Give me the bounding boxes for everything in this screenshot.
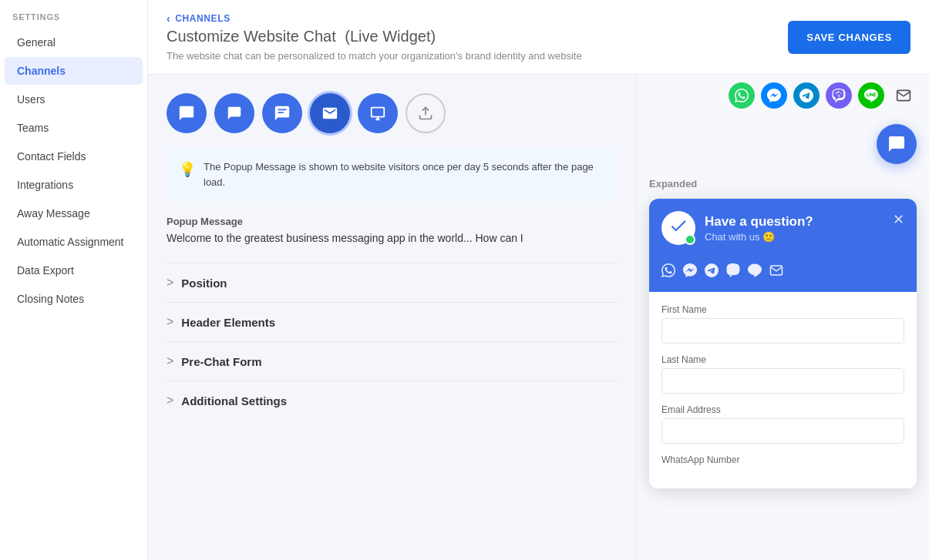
online-badge bbox=[685, 234, 695, 245]
sidebar-item-teams[interactable]: Teams bbox=[5, 114, 143, 142]
sidebar-header: SETTINGS bbox=[0, 0, 147, 28]
form-label-last-name: Last Name bbox=[661, 354, 904, 365]
tab-chat-multi[interactable] bbox=[262, 93, 302, 133]
telegram-icon-top bbox=[793, 82, 820, 109]
sidebar-item-contact-fields[interactable]: Contact Fields bbox=[5, 143, 143, 170]
chat-avatar bbox=[661, 211, 695, 245]
chat-widget-text: Have a question? Chat with us 🙂 bbox=[705, 214, 813, 243]
sidebar-nav: General Channels Users Teams Contact Fie… bbox=[0, 28, 147, 314]
accordion-pre-chat-form-label: Pre-Chat Form bbox=[181, 355, 261, 368]
expanded-label: Expanded bbox=[637, 172, 929, 193]
form-label-first-name: First Name bbox=[661, 304, 904, 315]
whatsapp-icon-top bbox=[729, 82, 755, 109]
tab-message-filled[interactable] bbox=[310, 93, 350, 133]
form-label-whatsapp: WhatsApp Number bbox=[661, 454, 904, 465]
form-field-whatsapp: WhatsApp Number bbox=[661, 454, 904, 465]
page-subtitle: The website chat can be personalized to … bbox=[167, 50, 582, 62]
accordion-additional-settings-label: Additional Settings bbox=[181, 394, 287, 407]
messenger-icon-top bbox=[761, 82, 787, 109]
icon-tabs bbox=[167, 93, 618, 133]
accordion-header-elements[interactable]: > Header Elements bbox=[167, 302, 618, 341]
sidebar: SETTINGS General Channels Users Teams Co… bbox=[0, 0, 148, 560]
sidebar-item-automatic-assignment[interactable]: Automatic Assignment bbox=[5, 228, 143, 256]
chat-widget-header-left: Have a question? Chat with us 🙂 bbox=[661, 211, 813, 245]
line-icon-top bbox=[858, 82, 884, 109]
info-box: 💡 The Popup Message is shown to website … bbox=[167, 149, 618, 200]
left-panel: 💡 The Popup Message is shown to website … bbox=[148, 75, 636, 560]
content-area: 💡 The Popup Message is shown to website … bbox=[148, 75, 929, 560]
chat-line-icon bbox=[748, 263, 762, 281]
accordion-additional-settings[interactable]: > Additional Settings bbox=[167, 381, 618, 420]
popup-message-label: Popup Message bbox=[167, 216, 618, 227]
tab-chat-bubble[interactable] bbox=[167, 93, 207, 133]
sidebar-item-data-export[interactable]: Data Export bbox=[5, 257, 143, 284]
breadcrumb[interactable]: ‹ CHANNELS bbox=[167, 12, 582, 25]
save-changes-button[interactable]: SAVE CHANGES bbox=[788, 21, 910, 54]
right-panel: Expanded Have a question? Chat with bbox=[636, 75, 929, 560]
chat-widget: Have a question? Chat with us 🙂 ✕ bbox=[649, 199, 917, 488]
sidebar-item-channels[interactable]: Channels bbox=[5, 57, 143, 85]
chevron-left-icon: ‹ bbox=[167, 12, 170, 25]
float-chat-button[interactable] bbox=[877, 124, 917, 164]
tab-upload[interactable] bbox=[406, 93, 446, 133]
chat-widget-subtitle: Chat with us 🙂 bbox=[705, 231, 813, 243]
float-button-area bbox=[637, 116, 929, 172]
topbar: ‹ CHANNELS Customize Website Chat (Live … bbox=[148, 0, 929, 75]
sidebar-item-integrations[interactable]: Integrations bbox=[5, 171, 143, 199]
chat-whatsapp-icon bbox=[661, 263, 675, 281]
tab-message-square[interactable] bbox=[214, 93, 254, 133]
accordion-header-elements-label: Header Elements bbox=[181, 316, 275, 329]
chat-widget-header: Have a question? Chat with us 🙂 ✕ bbox=[649, 199, 917, 257]
page-title: Customize Website Chat (Live Widget) bbox=[167, 28, 436, 45]
chat-messenger-icon bbox=[683, 263, 697, 281]
sidebar-item-users[interactable]: Users bbox=[5, 86, 143, 113]
chat-telegram-icon bbox=[705, 263, 719, 281]
chat-social-row bbox=[649, 257, 917, 292]
breadcrumb-label: CHANNELS bbox=[175, 13, 230, 24]
accordion: > Position > Header Elements > Pre-Chat … bbox=[167, 263, 618, 420]
bulb-icon: 💡 bbox=[179, 159, 196, 180]
accordion-position[interactable]: > Position bbox=[167, 263, 618, 302]
sidebar-item-away-message[interactable]: Away Message bbox=[5, 200, 143, 227]
accordion-pre-chat-form[interactable]: > Pre-Chat Form bbox=[167, 341, 618, 381]
email-icon-top bbox=[890, 82, 917, 109]
sidebar-item-closing-notes[interactable]: Closing Notes bbox=[5, 285, 143, 313]
topbar-left: ‹ CHANNELS Customize Website Chat (Live … bbox=[167, 12, 582, 62]
tab-monitor-chat[interactable] bbox=[358, 93, 398, 133]
form-label-email: Email Address bbox=[661, 404, 904, 415]
page-title-area: Customize Website Chat (Live Widget) bbox=[167, 28, 582, 45]
form-field-last-name: Last Name bbox=[661, 354, 904, 394]
chevron-right-icon: > bbox=[167, 276, 173, 290]
chat-viber-icon bbox=[726, 263, 740, 281]
form-input-last-name[interactable] bbox=[661, 368, 904, 394]
close-widget-button[interactable]: ✕ bbox=[893, 211, 904, 228]
info-box-text: The Popup Message is shown to website vi… bbox=[204, 159, 605, 189]
chat-form: First Name Last Name Email Address Whats… bbox=[649, 292, 917, 488]
accordion-position-label: Position bbox=[181, 277, 227, 290]
page-title-suffix: (Live Widget) bbox=[345, 28, 436, 45]
chevron-right-icon: > bbox=[167, 315, 173, 329]
chat-email-icon bbox=[769, 263, 783, 281]
chat-widget-title: Have a question? bbox=[705, 214, 813, 230]
social-icons-top bbox=[637, 75, 929, 116]
popup-message-text: Welcome to the greatest business messagi… bbox=[167, 232, 618, 244]
form-input-first-name[interactable] bbox=[661, 318, 904, 344]
chevron-right-icon: > bbox=[167, 354, 173, 368]
form-field-first-name: First Name bbox=[661, 304, 904, 344]
sidebar-item-general[interactable]: General bbox=[5, 29, 143, 56]
chevron-right-icon: > bbox=[167, 394, 173, 407]
form-input-email[interactable] bbox=[661, 418, 904, 444]
viber-icon-top bbox=[826, 82, 852, 109]
form-field-email: Email Address bbox=[661, 404, 904, 444]
main-area: ‹ CHANNELS Customize Website Chat (Live … bbox=[148, 0, 929, 560]
